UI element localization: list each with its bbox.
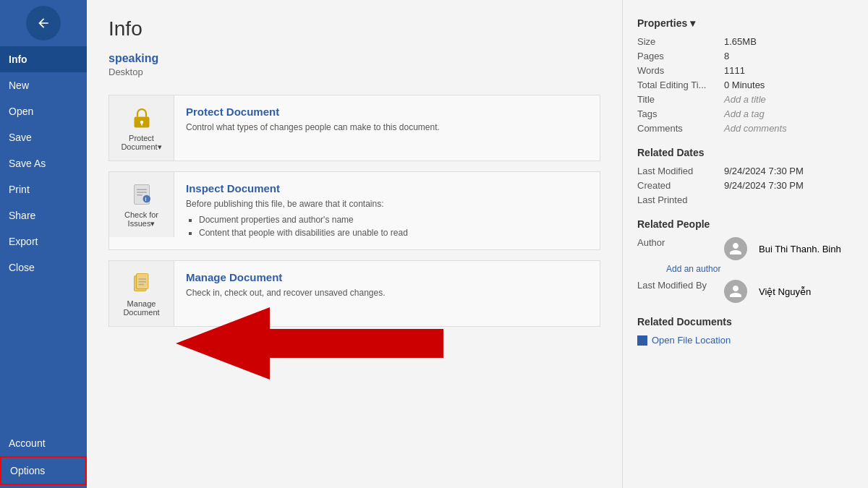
back-button[interactable]: [26, 6, 61, 40]
sidebar-item-export[interactable]: Export: [0, 228, 87, 254]
protect-document-icon-label: ProtectDocument▾: [121, 134, 161, 152]
date-row: Created9/24/2024 7:30 PM: [637, 180, 854, 191]
open-file-location-link[interactable]: Open File Location: [637, 335, 854, 346]
sidebar-item-share[interactable]: Share: [0, 202, 87, 228]
date-row: Last Printed: [637, 194, 854, 205]
properties-panel: Properties ▾ Size1.65MBPages8Words1111To…: [622, 0, 868, 488]
protect-document-content: Protect Document Control what types of c…: [174, 95, 600, 144]
sidebar-item-open[interactable]: Open: [0, 98, 87, 124]
property-label: Tags: [637, 108, 724, 119]
manage-document-content: Manage Document Check in, check out, and…: [174, 261, 600, 309]
open-file-location-label: Open File Location: [652, 335, 731, 346]
manage-document-desc: Check in, check out, and recover unsaved…: [186, 286, 588, 299]
property-label: Pages: [637, 51, 724, 61]
inspect-document-content: Inspect Document Before publishing this …: [174, 172, 600, 249]
svg-point-7: [142, 194, 150, 202]
inspect-document-card: i Check forIssues▾ Inspect Document Befo…: [109, 171, 600, 250]
last-modified-by-info: Việt Nguyễn: [724, 280, 811, 303]
property-row: Words1111: [637, 65, 854, 76]
property-row: TagsAdd a tag: [637, 108, 854, 119]
svg-text:i: i: [145, 197, 146, 202]
sidebar-item-save[interactable]: Save: [0, 124, 87, 150]
main-content: Info speaking Desktop ProtectDocument▾ P…: [87, 0, 868, 488]
related-documents-title: Related Documents: [637, 316, 854, 328]
date-label: Last Modified: [637, 166, 724, 176]
info-panel: Info speaking Desktop ProtectDocument▾ P…: [87, 0, 622, 488]
property-value: 0 Minutes: [724, 80, 765, 90]
property-value: 8: [724, 51, 729, 61]
page-title: Info: [109, 17, 600, 40]
last-modified-by-avatar: [724, 280, 747, 303]
related-dates-rows: Last Modified9/24/2024 7:30 PMCreated9/2…: [637, 166, 854, 205]
property-value[interactable]: Add a tag: [724, 108, 765, 119]
property-value[interactable]: Add comments: [724, 123, 787, 134]
property-value: 1.65MB: [724, 36, 757, 47]
related-people-title: Related People: [637, 218, 854, 230]
date-label: Last Printed: [637, 194, 724, 205]
property-row: Pages8: [637, 51, 854, 61]
property-label: Words: [637, 65, 724, 76]
inspect-bullet-2: Content that people with disabilities ar…: [199, 226, 588, 239]
author-label: Author: [637, 237, 724, 260]
sidebar-item-account[interactable]: Account: [0, 430, 87, 456]
date-row: Last Modified9/24/2024 7:30 PM: [637, 166, 854, 176]
properties-rows: Size1.65MBPages8Words1111Total Editing T…: [637, 36, 854, 134]
manage-document-title: Manage Document: [186, 271, 588, 283]
property-label: Comments: [637, 123, 724, 134]
sidebar-item-close[interactable]: Close: [0, 254, 87, 281]
protect-document-button[interactable]: ProtectDocument▾: [109, 95, 174, 160]
property-value[interactable]: Add a title: [724, 94, 766, 105]
property-row: CommentsAdd comments: [637, 123, 854, 134]
sidebar-item-new[interactable]: New: [0, 72, 87, 98]
last-modified-by-label: Last Modified By: [637, 280, 724, 303]
property-row: Total Editing Ti...0 Minutes: [637, 80, 854, 90]
sidebar-item-info[interactable]: Info: [0, 46, 87, 72]
property-row: TitleAdd a title: [637, 94, 854, 105]
sidebar-item-options[interactable]: Options: [0, 456, 87, 485]
inspect-bullet-1: Document properties and author's name: [199, 213, 588, 226]
document-path: Desktop: [109, 67, 600, 77]
property-label: Total Editing Ti...: [637, 80, 724, 90]
author-info: Bui Thi Thanh. Binh: [724, 237, 841, 260]
manage-document-icon-label: ManageDocument: [123, 299, 159, 317]
date-label: Created: [637, 180, 724, 191]
inspect-document-desc: Before publishing this file, be aware th…: [186, 197, 588, 239]
last-modified-by-name: Việt Nguyễn: [759, 286, 811, 297]
sidebar-item-print[interactable]: Print: [0, 176, 87, 202]
protect-document-card: ProtectDocument▾ Protect Document Contro…: [109, 95, 600, 161]
author-row: Author Bui Thi Thanh. Binh: [637, 237, 854, 260]
author-name: Bui Thi Thanh. Binh: [759, 244, 841, 254]
check-issues-icon-label: Check forIssues▾: [124, 210, 158, 228]
svg-rect-2: [141, 122, 142, 125]
open-file-location-icon: [637, 335, 647, 346]
protect-document-title: Protect Document: [186, 106, 588, 118]
property-label: Title: [637, 94, 724, 105]
date-value: 9/24/2024 7:30 PM: [724, 180, 804, 191]
property-row: Size1.65MB: [637, 36, 854, 47]
properties-section-title[interactable]: Properties ▾: [637, 17, 854, 29]
add-author-link[interactable]: Add an author: [666, 264, 854, 274]
protect-document-desc: Control what types of changes people can…: [186, 121, 588, 134]
sidebar-item-save-as[interactable]: Save As: [0, 150, 87, 176]
related-dates-title: Related Dates: [637, 147, 854, 158]
property-value: 1111: [724, 65, 745, 76]
inspect-document-title: Inspect Document: [186, 182, 588, 194]
last-modified-by-row: Last Modified By Việt Nguyễn: [637, 280, 854, 303]
manage-document-button[interactable]: ManageDocument: [109, 261, 174, 326]
date-value: 9/24/2024 7:30 PM: [724, 166, 804, 176]
property-label: Size: [637, 36, 724, 47]
check-for-issues-button[interactable]: i Check forIssues▾: [109, 172, 174, 237]
sidebar: Info New Open Save Save As Print Share E…: [0, 0, 87, 488]
manage-document-card: ManageDocument Manage Document Check in,…: [109, 260, 600, 327]
document-name[interactable]: speaking: [109, 52, 600, 65]
author-avatar: [724, 237, 747, 260]
